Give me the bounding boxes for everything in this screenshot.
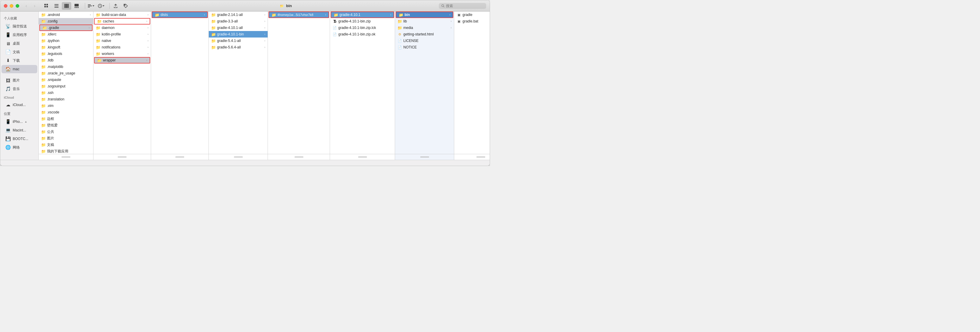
list-item[interactable]: 🗜 gradle-4.10.1-bin.zip <box>330 18 395 25</box>
list-item[interactable]: 📁 workers › <box>94 51 151 57</box>
list-item[interactable]: 📄 LICENSE <box>395 38 454 44</box>
sidebar-item-mac[interactable]: 🏠 mac <box>2 65 37 73</box>
list-item[interactable]: 📁 gradle-2.14.1-all › <box>209 11 267 18</box>
bin-folder-item[interactable]: 📁 bin › <box>396 11 453 18</box>
list-item[interactable]: 📁 .vim <box>39 103 93 109</box>
sidebar-item-apps[interactable]: 📱 应用程序 <box>2 31 37 39</box>
gradle-4101-folder-item[interactable]: 📁 gradle-4.10.1 › <box>331 11 394 18</box>
list-item[interactable]: 📁 图片 <box>39 135 93 141</box>
file-icon: ▣ <box>457 13 461 17</box>
gradle-folder-item[interactable]: 📁 .gradle › <box>39 25 92 31</box>
list-item[interactable]: 📄 gradle-4.10.1-bin.zip.lck <box>330 25 395 31</box>
list-item[interactable]: 📁 lib › <box>395 18 454 25</box>
list-item[interactable]: ⚙ getting-started.html <box>395 31 454 38</box>
resize-handle[interactable] <box>358 157 367 157</box>
caches-folder-item[interactable]: 📁 caches › <box>94 18 150 25</box>
sidebar-item-icloud[interactable]: ☁ iCloud... <box>2 101 37 109</box>
list-item[interactable]: 📁 文稿 <box>39 141 93 148</box>
list-item[interactable]: 📁 .legutools <box>39 51 93 57</box>
minimize-button[interactable] <box>10 4 13 8</box>
list-item[interactable]: 📁 .matplotlib <box>39 63 93 70</box>
gradle-4101-bin-item[interactable]: 📁 gradle-4.10.1-bin › <box>209 31 267 38</box>
list-item[interactable]: 📁 .oracle_jre_usage <box>39 70 93 76</box>
sidebar-item-boot[interactable]: 💾 BOOTC... <box>2 135 37 143</box>
list-view-button[interactable] <box>52 2 61 10</box>
dists-folder-item[interactable]: 📁 dists › <box>152 11 208 18</box>
folder-icon: 📁 <box>41 142 46 147</box>
list-item[interactable]: 📁 .translation <box>39 96 93 103</box>
search-box[interactable] <box>439 3 486 9</box>
sidebar-item-label: 文稿 <box>13 50 20 55</box>
maximize-button[interactable] <box>16 4 19 8</box>
resize-handle[interactable] <box>175 157 184 157</box>
list-item[interactable]: 📁 .kingsoft <box>39 44 93 51</box>
share-button[interactable] <box>111 2 120 10</box>
list-item[interactable]: 📄 NOTICE <box>395 44 454 51</box>
column-view-button[interactable] <box>62 2 71 10</box>
list-item[interactable]: 📁 media › <box>395 25 454 31</box>
tag-button[interactable] <box>121 2 130 10</box>
search-input[interactable] <box>446 4 481 8</box>
list-item[interactable]: 📁 .snipaste <box>39 76 93 83</box>
list-item[interactable]: 📁 gradle-5.4.1-all › <box>209 38 267 44</box>
icon-view-button[interactable] <box>42 2 51 10</box>
sidebar-item-photos[interactable]: 🖼 图片 <box>2 76 37 84</box>
list-item[interactable]: 📁 kotlin-profile › <box>94 31 151 38</box>
list-item[interactable]: 📁 .android › <box>39 11 93 18</box>
sidebar-item-label: 网络 <box>13 145 20 150</box>
folder-icon: 📁 <box>398 25 402 30</box>
action-button[interactable] <box>96 2 106 10</box>
downloads-icon: ⬇ <box>5 58 11 63</box>
sidebar-item-desktop[interactable]: 🖥 桌面 <box>2 39 37 47</box>
list-item[interactable]: 📁 壁纸爱 <box>39 122 93 128</box>
resize-handle[interactable] <box>294 157 304 157</box>
sidebar-item-music[interactable]: 🎵 音乐 <box>2 85 37 93</box>
list-item[interactable]: 📁 .ipython <box>39 38 93 44</box>
list-item[interactable]: 📁 .idlerc <box>39 31 93 38</box>
resize-handle[interactable] <box>476 157 485 157</box>
wrapper-folder-item[interactable]: 📁 wrapper › <box>94 57 150 63</box>
resize-handle[interactable] <box>62 157 70 157</box>
sidebar-item-iphone[interactable]: 📱 iPho... ▲ <box>2 117 37 126</box>
list-item[interactable]: 📁 公共 <box>39 128 93 135</box>
list-item[interactable]: 📁 notifications › <box>94 44 151 51</box>
boot-icon: 💾 <box>5 136 11 142</box>
resize-handle[interactable] <box>118 157 127 157</box>
arrange-button[interactable] <box>86 2 96 10</box>
gallery-view-button[interactable] <box>72 2 81 10</box>
list-item[interactable]: 📄 gradle-4.10.1-bin.zip.ok <box>330 31 395 38</box>
file-icon: 📄 <box>332 32 337 36</box>
folder-icon: 📁 <box>41 149 46 153</box>
sidebar-item-downloads[interactable]: ⬇ 下载 <box>2 57 37 65</box>
list-item[interactable]: 📁 .lldb <box>39 57 93 63</box>
forward-button[interactable]: › <box>31 2 38 9</box>
close-button[interactable] <box>4 4 7 8</box>
list-item[interactable]: 📁 native › <box>94 38 151 44</box>
list-item[interactable]: 📁 gradle-5.6.4-all › <box>209 44 267 51</box>
list-item[interactable]: 📁 daemon › <box>94 25 151 31</box>
list-item[interactable]: 📁 gradle-4.10.1-all › <box>209 25 267 31</box>
list-item[interactable]: ▣ gradle <box>454 11 490 18</box>
list-item[interactable]: 📁 .ssh <box>39 90 93 96</box>
list-item[interactable]: 📁 .sogouinput <box>39 83 93 90</box>
folder-icon: 📁 <box>96 32 100 36</box>
resize-handle[interactable] <box>420 157 429 157</box>
list-item[interactable]: ▣ gradle.bat <box>454 18 490 25</box>
list-item[interactable]: 📁 .vscode <box>39 109 93 115</box>
svg-rect-0 <box>45 4 46 5</box>
list-item[interactable]: 📁 build-scan-data › <box>94 11 151 18</box>
folder-icon: 📁 <box>41 13 46 17</box>
sidebar-item-documents[interactable]: 📄 文稿 <box>2 48 37 56</box>
list-item[interactable]: 📁 边框 <box>39 115 93 122</box>
list-item[interactable]: 📁 .config <box>39 18 93 25</box>
folder-icon: 📁 <box>334 13 338 17</box>
hash-folder-item[interactable]: 📁 4homep1w...5i17vhsr7k8 › <box>269 11 329 18</box>
sidebar-item-macintosh[interactable]: 💻 Macint... <box>2 126 37 134</box>
list-item[interactable]: 📁 我的下载应用 <box>39 148 93 154</box>
resize-handle[interactable] <box>234 157 243 157</box>
list-item[interactable]: 📁 gradle-3.3-all › <box>209 18 267 25</box>
sidebar-item-network[interactable]: 🌐 网络 <box>2 143 37 152</box>
documents-icon: 📄 <box>5 49 11 55</box>
back-button[interactable]: ‹ <box>23 2 30 9</box>
sidebar-item-airdrop[interactable]: 📡 隔空投送 <box>2 22 37 30</box>
